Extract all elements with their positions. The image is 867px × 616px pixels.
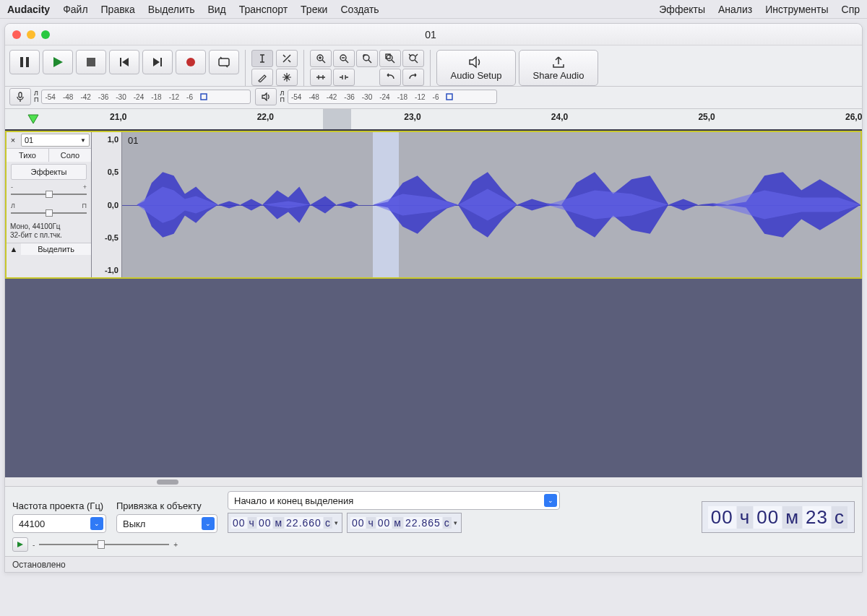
svg-rect-7 xyxy=(160,58,162,66)
snap-select[interactable]: Выкл⌄ xyxy=(116,514,217,533)
menu-view[interactable]: Вид xyxy=(207,4,225,15)
zoom-fit-sel-button[interactable] xyxy=(356,50,378,67)
solo-button[interactable]: Соло xyxy=(49,149,91,162)
playhead-icon[interactable] xyxy=(27,113,40,129)
menu-generate[interactable]: Создать xyxy=(340,4,379,15)
selection-mode-select[interactable]: Начало и конец выделения⌄ xyxy=(228,491,560,510)
play-ch-R: П xyxy=(280,97,284,103)
menu-edit[interactable]: Правка xyxy=(101,4,135,15)
selection-bar: Частота проекта (Гц) 44100⌄ Привязка к о… xyxy=(5,486,862,536)
tools-group xyxy=(251,50,298,86)
envelope-tool-button[interactable] xyxy=(276,50,298,67)
app-name: Audacity xyxy=(7,4,50,15)
statusbar: Остановлено xyxy=(5,556,862,572)
main-toolbar: Audio Setup Share Audio xyxy=(5,45,862,87)
menu-file[interactable]: Файл xyxy=(63,4,87,15)
play-at-speed-button[interactable] xyxy=(12,537,28,552)
play-at-speed-bar: - + xyxy=(5,536,862,556)
svg-rect-17 xyxy=(201,94,207,100)
silence-button[interactable] xyxy=(333,69,355,86)
track-control-panel: × 01▼ Тихо Соло Эффекты -+ ЛП Моно, 44 xyxy=(7,132,92,277)
multi-tool-button[interactable] xyxy=(276,69,298,86)
undo-button[interactable] xyxy=(379,69,401,86)
menu-tracks[interactable]: Треки xyxy=(301,4,327,15)
play-button[interactable] xyxy=(43,50,73,74)
svg-marker-5 xyxy=(122,58,129,66)
audio-setup-label: Audio Setup xyxy=(451,70,502,81)
menu-transport[interactable]: Транспорт xyxy=(239,4,288,15)
record-meter-box: ЛП -54-48-42-36-30-24-18-12-6 xyxy=(9,88,251,105)
meters-row: ЛП -54-48-42-36-30-24-18-12-6 ЛП -54-48-… xyxy=(5,87,862,109)
svg-point-8 xyxy=(186,58,195,66)
playback-speed-slider[interactable] xyxy=(39,541,169,548)
mute-button[interactable]: Тихо xyxy=(7,149,49,162)
window-zoom[interactable] xyxy=(41,30,50,39)
selection-end-timecode[interactable]: 00ч00м22.865с▾ xyxy=(347,513,462,533)
track-close-button[interactable]: × xyxy=(7,136,20,144)
mic-icon[interactable] xyxy=(9,88,31,105)
track-effects-button[interactable]: Эффекты xyxy=(11,164,87,180)
svg-point-13 xyxy=(387,55,392,61)
titlebar: 01 xyxy=(5,24,862,45)
window-minimize[interactable] xyxy=(27,30,35,39)
record-button[interactable] xyxy=(176,50,206,74)
zoom-fit-button[interactable] xyxy=(379,50,401,67)
timeline-selection xyxy=(323,109,352,129)
pause-button[interactable] xyxy=(9,50,40,74)
svg-marker-19 xyxy=(28,115,38,123)
share-audio-button[interactable]: Share Audio xyxy=(519,50,598,86)
redo-button[interactable] xyxy=(402,69,424,86)
menu-select[interactable]: Выделить xyxy=(148,4,195,15)
track-select-button[interactable]: Выделить xyxy=(21,243,91,255)
time-label: 22,0 xyxy=(257,112,274,122)
play-meter-box: ЛП -54-48-42-36-30-24-18-12-6 xyxy=(255,88,496,105)
menu-analyze[interactable]: Анализ xyxy=(718,4,752,15)
track-info: Моно, 44100Гц 32-бит с пл.тчк. xyxy=(7,220,91,243)
zoom-toggle-button[interactable] xyxy=(402,50,424,67)
skip-end-button[interactable] xyxy=(142,50,173,74)
track-name-dropdown[interactable]: 01▼ xyxy=(21,134,90,147)
svg-rect-18 xyxy=(447,94,452,100)
status-text: Остановлено xyxy=(12,560,66,570)
menubar: Audacity Файл Правка Выделить Вид Трансп… xyxy=(0,0,867,19)
project-rate-select[interactable]: 44100⌄ xyxy=(12,514,106,533)
selection-tool-button[interactable] xyxy=(251,50,273,67)
record-meter[interactable]: -54-48-42-36-30-24-18-12-6 xyxy=(41,90,251,104)
loop-button[interactable] xyxy=(209,50,239,74)
svg-rect-0 xyxy=(20,57,23,67)
time-label: 23,0 xyxy=(404,112,420,122)
svg-marker-20 xyxy=(17,542,23,547)
audio-setup-button[interactable]: Audio Setup xyxy=(436,50,516,86)
gain-slider[interactable]: -+ xyxy=(7,182,91,201)
project-rate-label: Частота проекта (Гц) xyxy=(12,500,106,511)
share-audio-label: Share Audio xyxy=(533,70,585,81)
svg-marker-6 xyxy=(153,58,160,66)
snap-label: Привязка к объекту xyxy=(116,500,217,511)
pan-slider[interactable]: ЛП xyxy=(7,201,91,220)
workspace: × 01▼ Тихо Соло Эффекты -+ ЛП Моно, 44 xyxy=(5,131,862,477)
stop-button[interactable] xyxy=(76,50,106,74)
rec-ch-R: П xyxy=(34,97,38,103)
menu-tools[interactable]: Инструменты xyxy=(765,4,828,15)
waveform-area[interactable]: 01 xyxy=(122,132,860,277)
window-close[interactable] xyxy=(12,30,21,39)
menu-help[interactable]: Спр xyxy=(842,4,860,15)
h-scrollbar[interactable] xyxy=(5,477,862,486)
menu-effects[interactable]: Эффекты xyxy=(659,4,705,15)
waveform-svg xyxy=(122,132,860,277)
zoom-in-button[interactable] xyxy=(310,50,332,67)
track-collapse-button[interactable]: ▲ xyxy=(7,243,21,255)
timeline-ruler[interactable]: 21,0 22,0 23,0 24,0 25,0 26,0 xyxy=(5,109,862,131)
svg-rect-3 xyxy=(87,58,95,66)
selection-start-timecode[interactable]: 00ч00м22.660с▾ xyxy=(228,513,342,533)
time-label: 26,0 xyxy=(845,112,862,122)
skip-start-button[interactable] xyxy=(109,50,139,74)
trim-button[interactable] xyxy=(310,69,332,86)
zoom-out-button[interactable] xyxy=(333,50,355,67)
play-meter[interactable]: -54-48-42-36-30-24-18-12-6 xyxy=(288,90,497,104)
traffic-lights xyxy=(12,30,50,39)
draw-tool-button[interactable] xyxy=(251,69,273,86)
position-timecode[interactable]: 00ч00м23с xyxy=(702,501,855,533)
window-title: 01 xyxy=(50,29,811,40)
speaker-meter-icon[interactable] xyxy=(255,88,277,105)
